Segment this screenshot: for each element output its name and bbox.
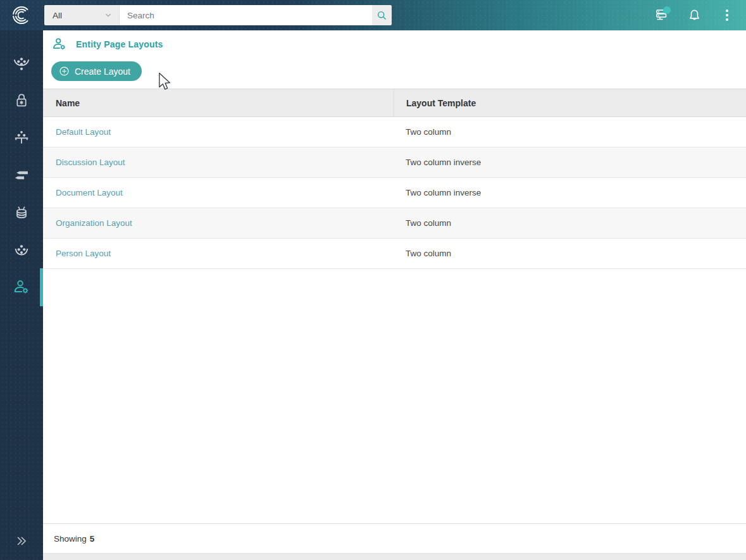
stream-arrows-icon (13, 166, 30, 184)
layout-name-link[interactable]: Discussion Layout (43, 147, 394, 177)
database-icon (12, 203, 31, 222)
layouts-table: Name Layout Template Default Layout Two … (43, 89, 746, 269)
notifications-button[interactable] (683, 4, 706, 27)
sidebar-item-database[interactable] (0, 194, 43, 231)
sidebar-item-streams[interactable] (0, 157, 43, 194)
sidebar-item-lock[interactable] (0, 82, 43, 119)
bell-icon (687, 8, 702, 23)
layout-name-link[interactable]: Document Layout (43, 178, 394, 208)
network-dots-icon (12, 240, 31, 259)
user-settings-icon (12, 278, 31, 297)
plus-circle-icon (59, 66, 70, 77)
horizontal-scrollbar[interactable] (43, 553, 746, 560)
status-badge (663, 6, 671, 14)
layout-template-value: Two column (394, 117, 746, 147)
search-input[interactable] (119, 5, 372, 25)
double-chevron-right-icon (14, 533, 29, 549)
table-header-row: Name Layout Template (43, 89, 746, 117)
search-icon (376, 9, 388, 22)
column-header-layout-template[interactable]: Layout Template (394, 89, 746, 116)
layout-name-link[interactable]: Default Layout (43, 117, 394, 147)
column-header-name[interactable]: Name (43, 89, 394, 116)
layout-template-value: Two column inverse (394, 147, 746, 177)
search-bar: All (44, 5, 392, 25)
showing-count: 5 (90, 534, 95, 544)
sidebar-expand-button[interactable] (0, 527, 43, 555)
table-row: Person Layout Two column (43, 239, 746, 269)
search-button[interactable] (372, 5, 392, 25)
kebab-menu-icon (720, 8, 734, 23)
app-logo[interactable] (0, 0, 43, 30)
layout-template-value: Two column inverse (394, 178, 746, 208)
funnel-dots-icon (12, 54, 31, 73)
sidebar-item-funnel-dots[interactable] (0, 45, 43, 82)
main-content: Entity Page Layouts Create Layout Name L… (43, 30, 746, 560)
search-scope-value: All (53, 11, 62, 20)
sidebar-item-user-settings[interactable] (0, 269, 43, 306)
layout-name-link[interactable]: Organization Layout (43, 208, 394, 238)
more-menu-button[interactable] (716, 4, 738, 27)
page-title: Entity Page Layouts (76, 39, 163, 49)
table-body: Default Layout Two column Discussion Lay… (43, 117, 746, 269)
app-window: All (0, 0, 746, 560)
cluedin-c-logo-icon (11, 4, 32, 26)
topbar: All (0, 0, 746, 30)
page-header: Entity Page Layouts (51, 36, 163, 53)
sidebar (0, 30, 43, 560)
system-status-button[interactable] (650, 4, 673, 27)
table-row: Discussion Layout Two column inverse (43, 147, 746, 178)
create-layout-label: Create Layout (75, 66, 130, 77)
layout-name-link[interactable]: Person Layout (43, 239, 394, 268)
lock-star-icon (13, 92, 30, 109)
showing-label: Showing (54, 534, 87, 544)
search-scope-dropdown[interactable]: All (44, 5, 119, 25)
topbar-actions (650, 4, 746, 27)
table-row: Document Layout Two column inverse (43, 178, 746, 208)
sidebar-item-table-dots[interactable] (0, 120, 43, 156)
sidebar-item-network-dots[interactable] (0, 232, 43, 268)
layout-template-value: Two column (394, 208, 746, 238)
entity-page-layouts-icon (51, 36, 68, 53)
table-footer: Showing 5 (43, 523, 746, 553)
chevron-down-icon (104, 11, 113, 20)
create-layout-button[interactable]: Create Layout (51, 61, 142, 81)
table-row: Default Layout Two column (43, 117, 746, 147)
layout-template-value: Two column (394, 239, 746, 268)
table-row: Organization Layout Two column (43, 208, 746, 239)
table-dots-icon (12, 128, 31, 147)
